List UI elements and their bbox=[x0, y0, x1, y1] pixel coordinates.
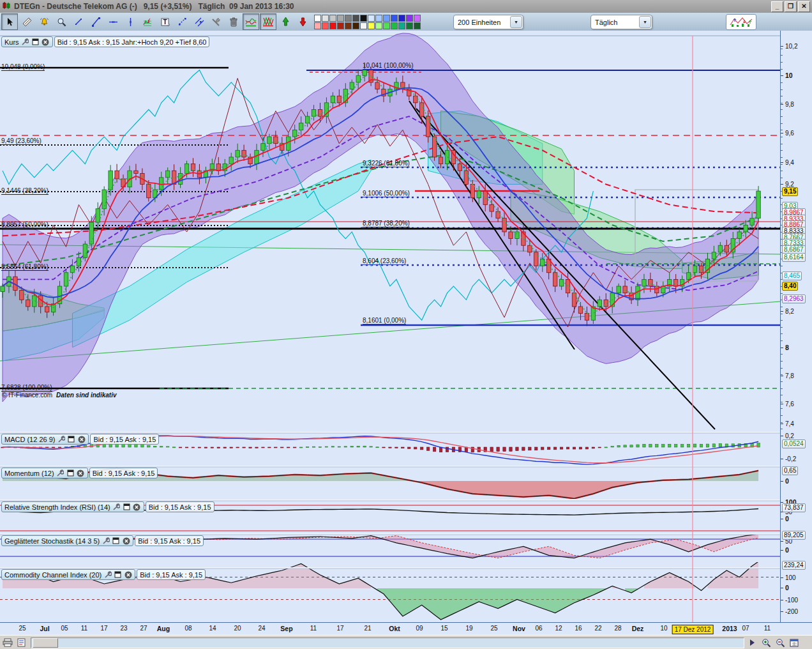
color-swatch[interactable] bbox=[375, 22, 382, 29]
indicator-title-box[interactable]: Momentum (12) bbox=[1, 468, 88, 478]
trash-tool-button[interactable] bbox=[225, 13, 242, 30]
time-axis[interactable]: 25Jul0511172327Aug08142024Sep111721Okt09… bbox=[0, 622, 812, 636]
text-tool-button[interactable]: T bbox=[156, 13, 173, 30]
kurs-title-box[interactable]: Kurs bbox=[1, 36, 53, 47]
title-bar[interactable]: DTEGn - Deutsche Telekom AG (-) 9,15 (+3… bbox=[0, 0, 812, 13]
color-swatch[interactable] bbox=[383, 22, 390, 29]
time-axis-label: 08 bbox=[184, 625, 192, 632]
print-icon[interactable] bbox=[1, 637, 14, 648]
color-swatch[interactable] bbox=[360, 15, 367, 22]
close-button[interactable]: ✕ bbox=[798, 1, 810, 12]
axis-minor-tick bbox=[781, 293, 783, 294]
tools-tool-button[interactable] bbox=[208, 13, 225, 30]
window-icon[interactable] bbox=[112, 537, 120, 545]
zoom-in-icon[interactable] bbox=[760, 637, 772, 648]
close-icon[interactable] bbox=[124, 570, 132, 579]
window-icon[interactable] bbox=[67, 435, 75, 443]
color-swatch[interactable] bbox=[398, 15, 405, 22]
vline-tool-button[interactable] bbox=[122, 13, 139, 30]
window-icon[interactable] bbox=[123, 503, 131, 511]
close-icon[interactable] bbox=[77, 469, 85, 477]
color-swatch[interactable] bbox=[360, 22, 367, 29]
scrollbar-thumb[interactable] bbox=[33, 638, 58, 648]
color-swatch[interactable] bbox=[406, 15, 413, 22]
hline-tool-button[interactable] bbox=[105, 13, 121, 30]
color-swatch[interactable] bbox=[314, 22, 321, 29]
candles-tool-button[interactable] bbox=[243, 13, 259, 30]
chart-canvas[interactable] bbox=[0, 31, 780, 622]
color-swatch[interactable] bbox=[368, 22, 375, 29]
wrench-icon[interactable] bbox=[112, 503, 121, 511]
color-swatch[interactable] bbox=[329, 22, 336, 29]
chevron-down-icon[interactable]: ▼ bbox=[510, 16, 522, 28]
zoom-tool-button[interactable] bbox=[53, 13, 70, 30]
bell-tool-button[interactable] bbox=[36, 13, 52, 30]
arrowup-tool-button[interactable] bbox=[277, 13, 294, 30]
period-dropdown[interactable]: Täglich ▼ bbox=[590, 15, 652, 29]
wrench-icon[interactable] bbox=[56, 469, 64, 477]
minimize-button[interactable]: _ bbox=[771, 1, 783, 12]
trendline-tool-button[interactable] bbox=[87, 13, 104, 30]
indicator-title-box[interactable]: Geglätteter Stochastik (14 3 5) bbox=[1, 535, 133, 546]
ruler-tool-button[interactable] bbox=[19, 13, 35, 30]
candles2-tool-button[interactable] bbox=[260, 13, 276, 30]
color-swatch[interactable] bbox=[337, 22, 344, 29]
close-icon[interactable] bbox=[41, 38, 50, 46]
color-swatch[interactable] bbox=[345, 22, 352, 29]
zoom-out-icon[interactable] bbox=[774, 637, 786, 648]
indicator-title-box[interactable]: Commodity Channel Index (20) bbox=[1, 569, 135, 580]
color-swatch[interactable] bbox=[337, 15, 344, 22]
price-badge: 8,6164 bbox=[782, 253, 806, 262]
color-swatch[interactable] bbox=[391, 22, 398, 29]
color-swatch[interactable] bbox=[414, 15, 421, 22]
chevron-down-icon[interactable]: ▼ bbox=[639, 16, 651, 28]
wrench-icon[interactable] bbox=[21, 38, 29, 46]
color-palette[interactable] bbox=[314, 15, 421, 29]
indicator-header: Commodity Channel Index (20)Bid : 9,15 A… bbox=[1, 569, 206, 580]
color-swatch[interactable] bbox=[322, 22, 329, 29]
close-icon[interactable] bbox=[133, 503, 141, 511]
color-swatch[interactable] bbox=[345, 15, 352, 22]
color-swatch[interactable] bbox=[322, 15, 329, 22]
restore-button[interactable]: ❐ bbox=[785, 1, 797, 12]
color-swatch[interactable] bbox=[383, 15, 390, 22]
units-dropdown[interactable]: 200 Einheiten ▼ bbox=[453, 15, 523, 29]
color-swatch[interactable] bbox=[414, 22, 421, 29]
time-axis-label: Okt bbox=[389, 625, 400, 632]
axis-minor-tick bbox=[781, 89, 783, 90]
scroll-right-icon[interactable] bbox=[746, 637, 758, 648]
calendar-icon[interactable] bbox=[788, 637, 801, 648]
color-swatch[interactable] bbox=[391, 15, 398, 22]
wrench-icon[interactable] bbox=[103, 570, 112, 579]
color-swatch[interactable] bbox=[398, 22, 405, 29]
cursor-tool-button[interactable] bbox=[1, 13, 18, 30]
color-swatch[interactable] bbox=[406, 22, 413, 29]
main-chart-svg[interactable] bbox=[0, 31, 780, 622]
window-icon[interactable] bbox=[114, 570, 122, 579]
close-icon[interactable] bbox=[77, 435, 86, 443]
window-icon[interactable] bbox=[66, 469, 75, 477]
color-swatch[interactable] bbox=[329, 15, 336, 22]
dotseg-tool-button[interactable] bbox=[174, 13, 190, 30]
parallel-tool-button[interactable] bbox=[191, 13, 207, 30]
color-swatch[interactable] bbox=[368, 15, 375, 22]
report-icon[interactable] bbox=[15, 637, 28, 648]
arrowdown-tool-button[interactable] bbox=[294, 13, 311, 30]
seg1-tool-button[interactable] bbox=[70, 13, 87, 30]
fibo-tool-button[interactable] bbox=[139, 13, 156, 30]
color-swatch[interactable] bbox=[314, 15, 321, 22]
color-swatch[interactable] bbox=[352, 15, 359, 22]
close-icon[interactable] bbox=[122, 537, 130, 545]
window-icon[interactable] bbox=[31, 38, 40, 46]
indicator-title-box[interactable]: MACD (12 26 9) bbox=[1, 434, 89, 445]
indicator-title-box[interactable]: Relative Strength Index (RSI) (14) bbox=[1, 501, 144, 512]
chart-settings-button[interactable] bbox=[726, 14, 756, 30]
wrench-icon[interactable] bbox=[102, 537, 110, 545]
indicator-bidask: Bid : 9,15 Ask : 9,15 bbox=[90, 434, 159, 445]
color-swatch[interactable] bbox=[352, 22, 359, 29]
time-scrollbar[interactable] bbox=[31, 638, 744, 648]
price-badge: 9,15 bbox=[782, 187, 798, 196]
wrench-icon[interactable] bbox=[57, 435, 65, 443]
price-axis[interactable]: 10,2109,89,69,49,28,287,87,67,40,2-0,201… bbox=[780, 31, 812, 635]
color-swatch[interactable] bbox=[375, 15, 382, 22]
